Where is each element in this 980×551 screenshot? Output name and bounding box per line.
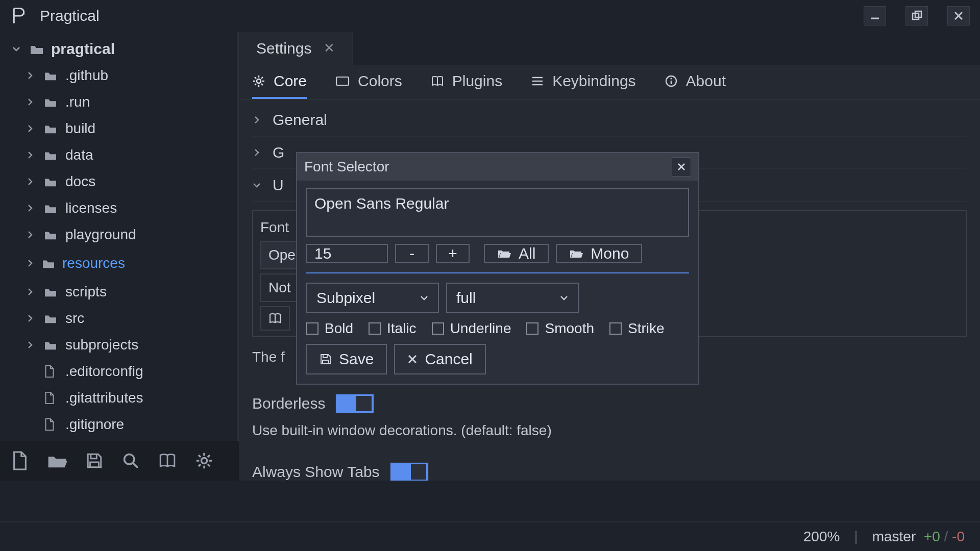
section-label: G: [273, 144, 284, 161]
sidebar-toolbar: [0, 441, 239, 481]
sidebar: pragtical .github.runbuilddatadocslicens…: [0, 32, 239, 481]
folder-icon: [44, 203, 58, 214]
tree-item-label: .gitattributes: [65, 390, 143, 406]
folder-icon: [44, 149, 58, 161]
svg-rect-5: [336, 77, 349, 85]
chevron-right-icon: [26, 177, 37, 186]
tree-folder[interactable]: build: [0, 115, 237, 142]
status-branch[interactable]: master +0 / -0: [872, 529, 965, 545]
tree-file[interactable]: .gitattributes: [0, 385, 237, 411]
chevron-right-icon: [26, 314, 37, 323]
chevron-right-icon: [26, 204, 37, 213]
tree-item-label: licenses: [65, 200, 117, 216]
window-maximize-button[interactable]: [905, 6, 928, 26]
settings-nav-label: About: [686, 72, 726, 90]
folder-icon: [42, 258, 55, 269]
status-bar: 200% | master +0 / -0: [0, 521, 980, 551]
tree-folder[interactable]: subprojects: [0, 332, 237, 358]
tree-folder[interactable]: docs: [0, 168, 237, 195]
check-strike[interactable]: Strike: [609, 320, 665, 337]
check-smooth[interactable]: Smooth: [526, 320, 594, 337]
list-icon: [531, 76, 544, 87]
file-icon: [44, 418, 58, 431]
settings-nav-core[interactable]: Core: [252, 65, 307, 99]
close-icon: [407, 354, 418, 364]
hinting-select[interactable]: full: [446, 283, 579, 313]
tree-root[interactable]: pragtical: [0, 36, 237, 62]
borderless-hint: Use built-in window decorations. (defaul…: [252, 422, 967, 439]
tree-folder[interactable]: scripts: [0, 279, 237, 305]
cancel-button[interactable]: Cancel: [394, 344, 485, 374]
section-label: U: [273, 177, 284, 194]
tree-item-label: .github: [65, 67, 108, 84]
settings-nav-plugins[interactable]: Plugins: [431, 65, 502, 99]
font-size-dec-button[interactable]: -: [395, 244, 429, 263]
check-italic[interactable]: Italic: [369, 320, 416, 337]
modal-close-button[interactable]: [672, 157, 691, 177]
font-style-checks: Bold Italic Underline Smooth Strike: [306, 320, 689, 337]
tree-folder[interactable]: resources: [0, 248, 133, 279]
tree-item-label: .gitignore: [65, 416, 124, 433]
open-folder-icon[interactable]: [47, 452, 67, 469]
borderless-toggle[interactable]: [335, 394, 374, 413]
chevron-right-icon: [26, 71, 37, 80]
chevron-right-icon: [26, 124, 37, 133]
tree-root-label: pragtical: [51, 40, 115, 58]
tree-item-label: src: [65, 310, 84, 327]
chevron-right-icon: [26, 287, 37, 296]
font-name-input[interactable]: Open Sans Regular: [306, 188, 689, 237]
tree-item-label: scripts: [65, 284, 107, 300]
tree-folder[interactable]: src: [0, 305, 237, 332]
search-icon[interactable]: [121, 452, 140, 470]
always-tabs-toggle[interactable]: [390, 462, 429, 481]
new-file-icon[interactable]: [11, 450, 29, 471]
window-close-button[interactable]: [947, 6, 970, 26]
status-zoom[interactable]: 200%: [803, 529, 840, 545]
tree-folder[interactable]: playground: [0, 221, 237, 248]
titlebar: Pragtical: [0, 0, 980, 32]
settings-nav-about[interactable]: About: [665, 65, 726, 99]
tab-settings[interactable]: Settings ✕: [239, 32, 353, 65]
font-chip-icon[interactable]: [260, 306, 290, 331]
always-tabs-row: Always Show Tabs: [252, 462, 967, 481]
save-icon[interactable]: [86, 452, 103, 469]
file-tree[interactable]: pragtical .github.runbuilddatadocslicens…: [0, 32, 239, 441]
tree-folder[interactable]: data: [0, 142, 237, 168]
check-underline[interactable]: Underline: [432, 320, 511, 337]
tree-folder[interactable]: licenses: [0, 195, 237, 221]
settings-nav-colors[interactable]: Colors: [335, 65, 402, 99]
tree-item-label: build: [65, 120, 95, 137]
folder-icon: [44, 313, 58, 324]
book-icon: [268, 312, 282, 324]
font-filter-mono-button[interactable]: Mono: [556, 244, 642, 263]
check-bold[interactable]: Bold: [306, 320, 353, 337]
chevron-right-icon: [26, 340, 37, 349]
tree-item-label: .run: [65, 94, 90, 110]
tree-item-label: .editorconfig: [65, 363, 143, 380]
folder-icon: [44, 123, 58, 134]
chevron-right-icon: [26, 259, 35, 268]
tree-file[interactable]: .gitignore: [0, 411, 237, 438]
settings-nav-keybindings[interactable]: Keybindings: [531, 65, 635, 99]
tree-file[interactable]: .editorconfig: [0, 358, 237, 385]
font-chip-none[interactable]: Not: [260, 273, 299, 302]
folder-open-icon: [569, 248, 583, 259]
folder-icon: [44, 96, 58, 108]
tree-folder[interactable]: .run: [0, 89, 237, 115]
close-icon[interactable]: ✕: [324, 40, 335, 56]
save-button[interactable]: Save: [306, 344, 387, 374]
folder-icon: [44, 70, 58, 81]
chevron-right-icon: [26, 151, 37, 160]
book-icon[interactable]: [158, 452, 177, 469]
tree-folder[interactable]: .github: [0, 62, 237, 89]
section-general[interactable]: General: [252, 104, 967, 137]
chevron-down-icon: [420, 293, 429, 303]
font-size-inc-button[interactable]: +: [436, 244, 470, 263]
window-minimize-button[interactable]: [864, 6, 886, 26]
font-size-input[interactable]: 15: [306, 244, 388, 263]
book-icon: [431, 75, 444, 87]
gear-icon[interactable]: [195, 452, 213, 470]
chevron-right-icon: [252, 115, 263, 124]
antialias-select[interactable]: Subpixel: [306, 283, 439, 313]
font-filter-all-button[interactable]: All: [484, 244, 549, 263]
